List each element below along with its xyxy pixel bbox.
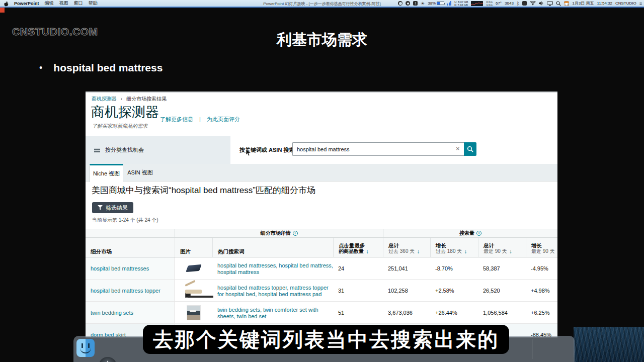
calendar-icon[interactable] bbox=[564, 1, 569, 6]
wifi-icon[interactable] bbox=[530, 1, 536, 6]
filter-results-label: 筛选结果 bbox=[106, 204, 128, 212]
spotlight-icon[interactable] bbox=[556, 1, 561, 6]
tab-niche-view[interactable]: Niche 视图 bbox=[90, 164, 123, 182]
apple-icon[interactable] bbox=[4, 1, 9, 6]
niche-table: 细分市场详情 i 搜索量 i 细分市场 图片 bbox=[86, 229, 557, 337]
sort-icon[interactable]: ↓ bbox=[509, 248, 512, 254]
input-source-icon[interactable] bbox=[522, 1, 527, 6]
dock-separator bbox=[532, 339, 532, 359]
tab-asin-view[interactable]: ASIN 视图 bbox=[123, 164, 157, 182]
keywords-link[interactable]: hospital bed mattresses, hospital bed ma… bbox=[217, 261, 333, 276]
fan-readout[interactable]: 3643 bbox=[505, 1, 514, 6]
info-icon[interactable]: i bbox=[293, 231, 298, 236]
total360-value: 3,673,036 bbox=[383, 302, 430, 323]
launchpad-icon[interactable] bbox=[99, 357, 117, 362]
browse-categories-panel[interactable]: 按分类查找机会 bbox=[86, 136, 230, 164]
battery-indicator[interactable]: 38% bbox=[428, 1, 444, 6]
desktop-wallpaper bbox=[574, 327, 644, 362]
bullet-row: • hospital bed mattress bbox=[39, 62, 163, 74]
window-title: PowerPoint 幻灯片放映 - [一步一步教你选品可行性分析案例-阿甘] bbox=[263, 1, 380, 7]
learn-more-link[interactable]: 了解更多信息 bbox=[160, 116, 193, 122]
network-readout[interactable]: 0 K/s 1 K/s bbox=[486, 1, 493, 7]
menu-view[interactable]: 视图 bbox=[59, 0, 68, 7]
total90-value: 58,387 bbox=[478, 257, 526, 279]
col-image-label: 图片 bbox=[180, 248, 210, 254]
growth90-value: +6.25% bbox=[526, 302, 557, 323]
hamburger-icon bbox=[94, 148, 100, 152]
subtitle-text: 去那个关键词列表当中去搜索出来的 bbox=[153, 326, 499, 353]
table-row: twin bedding sets twin bedding sets, twi… bbox=[86, 302, 557, 324]
total360-value: 251,041 bbox=[383, 257, 430, 279]
niche-link[interactable]: hospital bed mattresses bbox=[91, 265, 149, 272]
eye-icon[interactable] bbox=[406, 1, 410, 6]
menu-help[interactable]: 帮助 bbox=[89, 0, 98, 7]
col-growth90-label: 增长 bbox=[531, 242, 555, 248]
memory-bars-icon[interactable] bbox=[447, 1, 451, 6]
finder-icon[interactable] bbox=[76, 339, 95, 357]
rate-page-link[interactable]: 为此页面评分 bbox=[207, 116, 240, 122]
filter-results-button[interactable]: 筛选结果 bbox=[92, 202, 133, 213]
funnel-icon bbox=[98, 205, 103, 210]
product-image[interactable] bbox=[185, 284, 203, 298]
battery-icon bbox=[437, 2, 444, 5]
keywords-link[interactable]: hospital bed mattress topper, mattress t… bbox=[217, 284, 333, 298]
page-title: 商机探测器 bbox=[91, 103, 159, 121]
alert-icon[interactable]: ! bbox=[413, 1, 418, 6]
group-niche-details-label: 细分市场详情 bbox=[261, 230, 291, 237]
sort-icon[interactable]: ↓ bbox=[417, 248, 420, 254]
breadcrumb: 商机探测器 › 细分市场搜索结果 bbox=[92, 96, 167, 103]
memory-readout[interactable]: U: 8.07 GB F: 7.93 GB bbox=[454, 1, 468, 7]
col-top-clicked-line1: 点击量最多 bbox=[339, 242, 381, 248]
menubar-user[interactable]: CNSTUDIO bbox=[615, 1, 636, 6]
sort-icon[interactable]: ↓ bbox=[464, 248, 467, 254]
clicked-value: 31 bbox=[333, 280, 383, 301]
col-growth-sub: 过去 180 天 bbox=[436, 248, 462, 254]
red-indicator bbox=[0, 8, 5, 13]
product-image[interactable] bbox=[186, 264, 202, 272]
search-input[interactable] bbox=[292, 142, 464, 156]
menu-powerpoint[interactable]: PowerPoint bbox=[14, 1, 39, 6]
col-total-label: 总计 bbox=[388, 242, 428, 248]
growth90-value: -4.95% bbox=[526, 257, 557, 279]
results-heading: 美国商城中与搜索词“hospital bed mattress”匹配的细分市场 bbox=[92, 185, 315, 196]
keywords-link[interactable]: twin bedding sets, twin comforter set wi… bbox=[217, 306, 333, 320]
memory-free: F: 7.93 GB bbox=[454, 4, 468, 7]
clear-search-icon[interactable]: × bbox=[456, 145, 460, 152]
tab-band: Niche 视图 ASIN 视图 bbox=[86, 164, 557, 182]
breadcrumb-current: 细分市场搜索结果 bbox=[126, 96, 167, 102]
search-button[interactable] bbox=[464, 142, 476, 156]
network-down: 1 K/s bbox=[486, 4, 493, 7]
brightness-icon[interactable]: ☀ bbox=[421, 1, 425, 6]
col-niche: 细分市场 bbox=[86, 238, 175, 257]
opportunity-explorer-screenshot: 商机探测器 › 细分市场搜索结果 商机探测器 了解更多信息 | 为此页面评分 了… bbox=[86, 92, 557, 337]
table-row: hospital bed mattresses hospital bed mat… bbox=[86, 257, 557, 280]
menubar-date[interactable]: 1月3日 周五 bbox=[572, 1, 594, 6]
temperature-readout[interactable]: 67° bbox=[496, 1, 502, 6]
col-keywords-label: 热门搜索词 bbox=[218, 248, 331, 254]
niche-link[interactable]: twin bedding sets bbox=[91, 310, 133, 316]
niche-link[interactable]: hospital bed mattress topper bbox=[91, 288, 160, 294]
mouse-cursor bbox=[246, 149, 251, 156]
desktop: CNSTUDIO.COM 利基市场需求 • hospital bed mattr… bbox=[0, 0, 644, 362]
menu-edit[interactable]: 编辑 bbox=[45, 0, 54, 7]
menu-bar: PowerPoint 编辑 视图 窗口 帮助 PowerPoint 幻灯片放映 … bbox=[0, 0, 644, 7]
moon-icon[interactable] bbox=[398, 1, 403, 6]
col-niche-label: 细分市场 bbox=[91, 248, 173, 254]
header-links: 了解更多信息 | 为此页面评分 bbox=[160, 116, 240, 123]
menu-window[interactable]: 窗口 bbox=[74, 0, 83, 7]
volume-icon[interactable] bbox=[539, 1, 544, 6]
browse-categories-label: 按分类查找机会 bbox=[105, 146, 144, 154]
cpu-graph-icon[interactable] bbox=[471, 1, 483, 6]
bluetooth-icon[interactable]: ᛒ bbox=[517, 1, 519, 6]
col-growth-180: 增长 过去 180 天 ↓ bbox=[430, 238, 478, 257]
group-search-volume-label: 搜索量 bbox=[459, 230, 474, 237]
breadcrumb-root[interactable]: 商机探测器 bbox=[92, 96, 117, 102]
sort-icon[interactable]: ↓ bbox=[366, 248, 369, 254]
notification-list-icon[interactable]: ≡ bbox=[639, 1, 642, 6]
col-total90-sub: 最近 90 天 bbox=[484, 248, 507, 254]
airplay-display-icon[interactable] bbox=[547, 1, 553, 6]
menubar-time[interactable]: 11:54:32 bbox=[597, 1, 612, 6]
product-image[interactable] bbox=[187, 305, 201, 320]
info-icon[interactable]: i bbox=[476, 231, 481, 236]
col-growth90-sub: 最近 90 天 bbox=[531, 248, 555, 254]
